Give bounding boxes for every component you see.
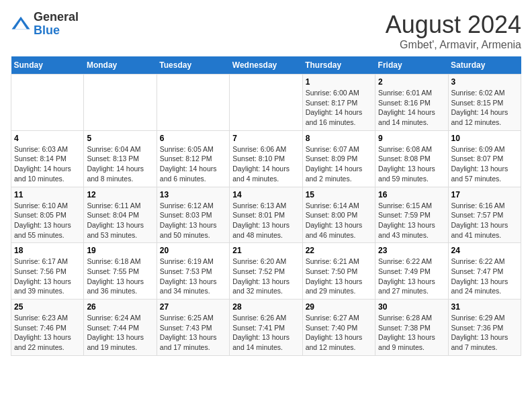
day-number: 10 [451,134,518,143]
day-number: 19 [87,246,153,255]
day-info: Sunrise: 6:14 AM Sunset: 8:00 PM Dayligh… [306,201,372,240]
week-row-3: 11Sunrise: 6:10 AM Sunset: 8:05 PM Dayli… [11,187,521,243]
day-number: 18 [14,246,81,255]
calendar-cell [84,75,157,131]
calendar-header: SundayMondayTuesdayWednesdayThursdayFrid… [11,56,521,75]
calendar-cell: 7Sunrise: 6:06 AM Sunset: 8:10 PM Daylig… [230,130,302,187]
day-info: Sunrise: 6:05 AM Sunset: 8:12 PM Dayligh… [160,144,226,184]
day-number: 23 [378,246,445,255]
calendar-cell: 9Sunrise: 6:08 AM Sunset: 8:08 PM Daylig… [375,130,448,187]
subtitle: Gmbet', Armavir, Armenia [386,39,521,51]
day-info: Sunrise: 6:28 AM Sunset: 7:38 PM Dayligh… [378,313,445,353]
day-info: Sunrise: 6:10 AM Sunset: 8:05 PM Dayligh… [14,201,81,240]
calendar-cell: 20Sunrise: 6:19 AM Sunset: 7:53 PM Dayli… [157,243,229,300]
day-info: Sunrise: 6:23 AM Sunset: 7:46 PM Dayligh… [14,313,81,353]
day-info: Sunrise: 6:09 AM Sunset: 8:07 PM Dayligh… [451,144,518,184]
week-row-1: 1Sunrise: 6:00 AM Sunset: 8:17 PM Daylig… [11,75,521,131]
day-info: Sunrise: 6:18 AM Sunset: 7:55 PM Dayligh… [87,257,153,296]
day-info: Sunrise: 6:12 AM Sunset: 8:03 PM Dayligh… [160,201,226,240]
calendar-cell: 28Sunrise: 6:26 AM Sunset: 7:41 PM Dayli… [230,300,302,356]
day-info: Sunrise: 6:29 AM Sunset: 7:36 PM Dayligh… [451,313,518,353]
day-number: 28 [232,302,299,312]
day-number: 1 [306,77,372,87]
day-info: Sunrise: 6:00 AM Sunset: 8:17 PM Dayligh… [306,88,372,128]
main-title: August 2024 [386,11,521,39]
calendar-cell: 1Sunrise: 6:00 AM Sunset: 8:17 PM Daylig… [302,75,375,131]
day-info: Sunrise: 6:22 AM Sunset: 7:47 PM Dayligh… [451,257,518,296]
calendar-cell: 4Sunrise: 6:03 AM Sunset: 8:14 PM Daylig… [11,130,84,187]
calendar-cell: 30Sunrise: 6:28 AM Sunset: 7:38 PM Dayli… [375,300,448,356]
calendar-cell: 29Sunrise: 6:27 AM Sunset: 7:40 PM Dayli… [302,300,375,356]
calendar-cell [157,75,229,131]
calendar-cell: 6Sunrise: 6:05 AM Sunset: 8:12 PM Daylig… [157,130,229,187]
calendar-cell: 2Sunrise: 6:01 AM Sunset: 8:16 PM Daylig… [375,75,448,131]
calendar-cell: 5Sunrise: 6:04 AM Sunset: 8:13 PM Daylig… [84,130,157,187]
logo-general-text: General [34,11,79,24]
day-number: 27 [160,302,226,312]
day-info: Sunrise: 6:07 AM Sunset: 8:09 PM Dayligh… [306,144,372,184]
calendar-cell: 12Sunrise: 6:11 AM Sunset: 8:04 PM Dayli… [84,187,157,243]
day-number: 7 [232,134,299,143]
calendar-cell: 22Sunrise: 6:21 AM Sunset: 7:50 PM Dayli… [302,243,375,300]
calendar-cell: 23Sunrise: 6:22 AM Sunset: 7:49 PM Dayli… [375,243,448,300]
day-number: 12 [87,190,153,199]
calendar-cell: 25Sunrise: 6:23 AM Sunset: 7:46 PM Dayli… [11,300,84,356]
day-header-sunday: Sunday [11,56,84,75]
day-info: Sunrise: 6:13 AM Sunset: 8:01 PM Dayligh… [232,201,299,240]
day-info: Sunrise: 6:19 AM Sunset: 7:53 PM Dayligh… [160,257,226,296]
day-info: Sunrise: 6:15 AM Sunset: 7:59 PM Dayligh… [378,201,445,240]
calendar-cell: 16Sunrise: 6:15 AM Sunset: 7:59 PM Dayli… [375,187,448,243]
day-number: 9 [378,134,445,143]
day-number: 31 [451,302,518,312]
day-number: 4 [14,134,81,143]
day-number: 8 [306,134,372,143]
calendar-table: SundayMondayTuesdayWednesdayThursdayFrid… [11,56,521,356]
day-header-thursday: Thursday [302,56,375,75]
day-number: 22 [306,246,372,255]
day-header-wednesday: Wednesday [230,56,302,75]
day-info: Sunrise: 6:21 AM Sunset: 7:50 PM Dayligh… [306,257,372,296]
calendar-cell: 3Sunrise: 6:02 AM Sunset: 8:15 PM Daylig… [448,75,521,131]
day-info: Sunrise: 6:17 AM Sunset: 7:56 PM Dayligh… [14,257,81,296]
logo: General Blue [11,11,79,38]
logo-icon [11,14,31,34]
day-info: Sunrise: 6:27 AM Sunset: 7:40 PM Dayligh… [306,313,372,353]
calendar-cell: 8Sunrise: 6:07 AM Sunset: 8:09 PM Daylig… [302,130,375,187]
calendar-cell: 17Sunrise: 6:16 AM Sunset: 7:57 PM Dayli… [448,187,521,243]
day-info: Sunrise: 6:06 AM Sunset: 8:10 PM Dayligh… [232,144,299,184]
day-number: 17 [451,190,518,199]
calendar-cell: 15Sunrise: 6:14 AM Sunset: 8:00 PM Dayli… [302,187,375,243]
calendar-cell: 19Sunrise: 6:18 AM Sunset: 7:55 PM Dayli… [84,243,157,300]
day-info: Sunrise: 6:04 AM Sunset: 8:13 PM Dayligh… [87,144,153,184]
day-header-tuesday: Tuesday [157,56,229,75]
day-number: 25 [14,302,81,312]
day-header-monday: Monday [84,56,157,75]
day-info: Sunrise: 6:11 AM Sunset: 8:04 PM Dayligh… [87,201,153,240]
day-info: Sunrise: 6:26 AM Sunset: 7:41 PM Dayligh… [232,313,299,353]
day-number: 21 [232,246,299,255]
day-header-friday: Friday [375,56,448,75]
calendar-body: 1Sunrise: 6:00 AM Sunset: 8:17 PM Daylig… [11,75,521,356]
week-row-5: 25Sunrise: 6:23 AM Sunset: 7:46 PM Dayli… [11,300,521,356]
day-info: Sunrise: 6:01 AM Sunset: 8:16 PM Dayligh… [378,88,445,128]
calendar-cell [11,75,84,131]
calendar-cell: 11Sunrise: 6:10 AM Sunset: 8:05 PM Dayli… [11,187,84,243]
calendar-cell: 21Sunrise: 6:20 AM Sunset: 7:52 PM Dayli… [230,243,302,300]
day-number: 16 [378,190,445,199]
day-info: Sunrise: 6:20 AM Sunset: 7:52 PM Dayligh… [232,257,299,296]
header: General Blue August 2024 Gmbet', Armavir… [11,11,521,51]
day-info: Sunrise: 6:08 AM Sunset: 8:08 PM Dayligh… [378,144,445,184]
day-number: 24 [451,246,518,255]
day-info: Sunrise: 6:24 AM Sunset: 7:44 PM Dayligh… [87,313,153,353]
day-number: 2 [378,77,445,87]
day-number: 30 [378,302,445,312]
calendar-cell: 31Sunrise: 6:29 AM Sunset: 7:36 PM Dayli… [448,300,521,356]
day-info: Sunrise: 6:16 AM Sunset: 7:57 PM Dayligh… [451,201,518,240]
day-header-saturday: Saturday [448,56,521,75]
title-area: August 2024 Gmbet', Armavir, Armenia [386,11,521,51]
week-row-4: 18Sunrise: 6:17 AM Sunset: 7:56 PM Dayli… [11,243,521,300]
calendar-cell: 27Sunrise: 6:25 AM Sunset: 7:43 PM Dayli… [157,300,229,356]
day-info: Sunrise: 6:02 AM Sunset: 8:15 PM Dayligh… [451,88,518,128]
day-number: 3 [451,77,518,87]
day-number: 15 [306,190,372,199]
